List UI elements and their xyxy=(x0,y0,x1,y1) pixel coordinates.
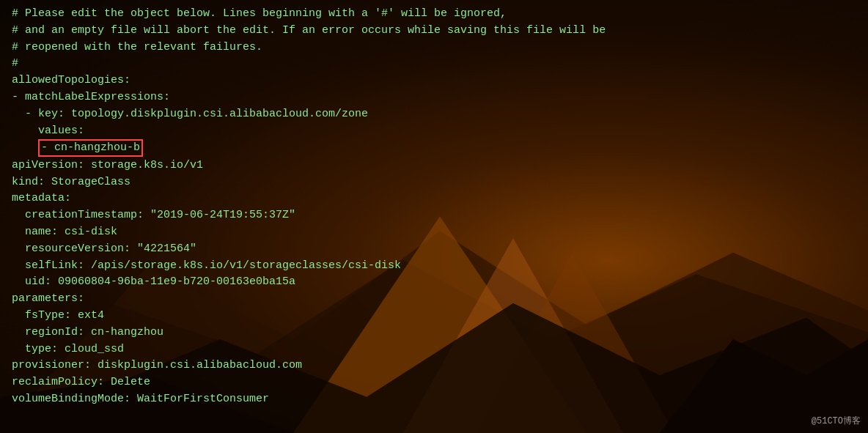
code-line-line5: allowedTopologies: xyxy=(12,73,856,89)
code-line-line22: provisioner: diskplugin.csi.alibabacloud… xyxy=(12,358,856,374)
code-line-line2: # and an empty file will abort the edit.… xyxy=(12,23,856,40)
code-line-line8: values: xyxy=(12,123,856,140)
code-line-line21: type: cloud_ssd xyxy=(12,341,856,358)
code-line-line18: parameters: xyxy=(12,291,856,308)
code-line-line17: uid: 09060804-96ba-11e9-b720-00163e0ba15… xyxy=(12,274,856,291)
watermark: @51CTO博客 xyxy=(812,415,861,429)
code-line-line13: creationTimestamp: "2019-06-24T19:55:37Z… xyxy=(12,207,856,224)
code-line-line16: selfLink: /apis/storage.k8s.io/v1/storag… xyxy=(12,258,856,275)
code-line-line4: # xyxy=(12,56,856,73)
code-line-line6: - matchLabelExpressions: xyxy=(12,89,856,106)
code-line-line24: volumeBindingMode: WaitForFirstConsumer xyxy=(12,391,856,408)
code-line-line14: name: csi-disk xyxy=(12,224,856,241)
code-line-line7: - key: topology.diskplugin.csi.alibabacl… xyxy=(12,106,856,123)
code-line-line1: # Please edit the object below. Lines be… xyxy=(12,6,856,23)
code-line-line19: fsType: ext4 xyxy=(12,308,856,325)
code-line-line9: - cn-hangzhou-b xyxy=(12,139,856,158)
highlighted-value: - cn-hangzhou-b xyxy=(38,139,143,157)
code-line-line10: apiVersion: storage.k8s.io/v1 xyxy=(12,158,856,174)
code-line-line20: regionId: cn-hangzhou xyxy=(12,325,856,341)
code-line-line23: reclaimPolicy: Delete xyxy=(12,374,856,391)
code-editor: # Please edit the object below. Lines be… xyxy=(0,0,868,433)
code-line-line15: resourceVersion: "4221564" xyxy=(12,241,856,258)
code-line-line3: # reopened with the relevant failures. xyxy=(12,40,856,56)
code-line-line11: kind: StorageClass xyxy=(12,174,856,191)
code-line-line12: metadata: xyxy=(12,190,856,207)
